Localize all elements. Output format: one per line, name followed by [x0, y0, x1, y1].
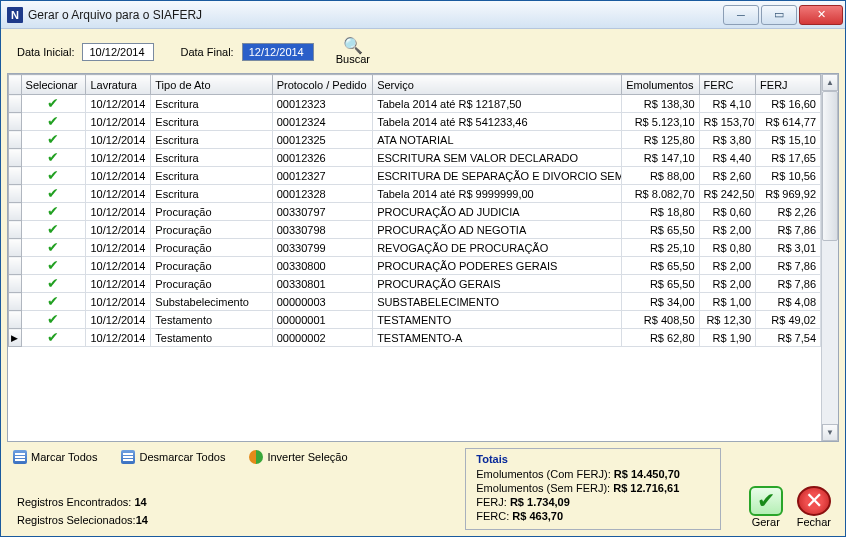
cell-selecionar[interactable]: ✔ — [21, 275, 86, 293]
cell-servico: PROCURAÇÃO AD NEGOTIA — [373, 221, 622, 239]
data-final-label: Data Final: — [180, 46, 233, 58]
data-grid[interactable]: Selecionar Lavratura Tipo de Ato Protoco… — [8, 74, 821, 441]
cell-ferc: R$ 0,80 — [699, 239, 756, 257]
col-lavratura[interactable]: Lavratura — [86, 75, 151, 95]
cell-selecionar[interactable]: ✔ — [21, 293, 86, 311]
cell-tipo: Testamento — [151, 329, 272, 347]
table-row[interactable]: ✔10/12/2014Escritura00012325ATA NOTARIAL… — [9, 131, 821, 149]
cell-lavratura: 10/12/2014 — [86, 113, 151, 131]
table-row[interactable]: ✔10/12/2014Escritura00012327ESCRITURA DE… — [9, 167, 821, 185]
cell-lavratura: 10/12/2014 — [86, 185, 151, 203]
cell-ferj: R$ 2,26 — [756, 203, 821, 221]
cell-servico: SUBSTABELECIMENTO — [373, 293, 622, 311]
row-indicator — [9, 275, 22, 293]
col-tipo[interactable]: Tipo de Ato — [151, 75, 272, 95]
row-indicator — [9, 113, 22, 131]
table-row[interactable]: ✔10/12/2014Escritura00012324Tabela 2014 … — [9, 113, 821, 131]
col-ferj[interactable]: FERJ — [756, 75, 821, 95]
cell-servico: PROCURAÇÃO PODERES GERAIS — [373, 257, 622, 275]
cell-protocolo: 00000003 — [272, 293, 372, 311]
cell-protocolo: 00330800 — [272, 257, 372, 275]
cell-emolumentos: R$ 65,50 — [622, 275, 699, 293]
cell-servico: Tabela 2014 até R$ 9999999,00 — [373, 185, 622, 203]
cell-tipo: Escritura — [151, 113, 272, 131]
total-emo-noferj-label: Emolumentos (Sem FERJ): — [476, 482, 610, 494]
cell-protocolo: 00012324 — [272, 113, 372, 131]
cell-lavratura: 10/12/2014 — [86, 257, 151, 275]
cell-selecionar[interactable]: ✔ — [21, 311, 86, 329]
cell-emolumentos: R$ 125,80 — [622, 131, 699, 149]
scroll-track[interactable] — [822, 91, 838, 424]
cell-tipo: Escritura — [151, 131, 272, 149]
marcar-todos-button[interactable]: Marcar Todos — [13, 450, 97, 464]
cell-selecionar[interactable]: ✔ — [21, 131, 86, 149]
cell-ferj: R$ 16,60 — [756, 95, 821, 113]
cell-selecionar[interactable]: ✔ — [21, 239, 86, 257]
scroll-down-button[interactable]: ▼ — [822, 424, 838, 441]
cell-selecionar[interactable]: ✔ — [21, 257, 86, 275]
minimize-button[interactable]: ─ — [723, 5, 759, 25]
cell-selecionar[interactable]: ✔ — [21, 221, 86, 239]
col-selecionar[interactable]: Selecionar — [21, 75, 86, 95]
selecionados-value: 14 — [136, 514, 148, 526]
table-row[interactable]: ✔10/12/2014Escritura00012323Tabela 2014 … — [9, 95, 821, 113]
cell-selecionar[interactable]: ✔ — [21, 203, 86, 221]
col-emolumentos[interactable]: Emolumentos — [622, 75, 699, 95]
checkmark-icon: ✔ — [47, 221, 59, 237]
checkmark-icon: ✔ — [47, 167, 59, 183]
app-icon: N — [7, 7, 23, 23]
cell-ferc: R$ 242,50 — [699, 185, 756, 203]
gerar-button[interactable]: ✔ Gerar — [749, 486, 783, 528]
inverter-selecao-button[interactable]: Inverter Seleção — [249, 450, 347, 464]
cell-selecionar[interactable]: ✔ — [21, 185, 86, 203]
table-row[interactable]: ✔10/12/2014Substabelecimento00000003SUBS… — [9, 293, 821, 311]
cell-lavratura: 10/12/2014 — [86, 149, 151, 167]
checkmark-icon: ✔ — [47, 185, 59, 201]
cell-ferc: R$ 2,00 — [699, 275, 756, 293]
fechar-button[interactable]: ✕ Fechar — [797, 486, 831, 528]
row-indicator — [9, 131, 22, 149]
cell-protocolo: 00330799 — [272, 239, 372, 257]
cell-emolumentos: R$ 8.082,70 — [622, 185, 699, 203]
scroll-thumb[interactable] — [822, 91, 838, 241]
total-ferc-label: FERC: — [476, 510, 509, 522]
cell-servico: ESCRITURA SEM VALOR DECLARADO — [373, 149, 622, 167]
table-row[interactable]: ✔10/12/2014Procuração00330798PROCURAÇÃO … — [9, 221, 821, 239]
cell-selecionar[interactable]: ✔ — [21, 329, 86, 347]
buscar-button[interactable]: 🔍 Buscar — [336, 39, 370, 65]
col-protocolo[interactable]: Protocolo / Pedido — [272, 75, 372, 95]
cell-selecionar[interactable]: ✔ — [21, 113, 86, 131]
cell-servico: REVOGAÇÃO DE PROCURAÇÃO — [373, 239, 622, 257]
table-row[interactable]: ✔10/12/2014Escritura00012326ESCRITURA SE… — [9, 149, 821, 167]
table-row[interactable]: ✔10/12/2014Procuração00330800PROCURAÇÃO … — [9, 257, 821, 275]
table-row[interactable]: ▶✔10/12/2014Testamento00000002TESTAMENTO… — [9, 329, 821, 347]
cell-protocolo: 00012325 — [272, 131, 372, 149]
table-row[interactable]: ✔10/12/2014Procuração00330797PROCURAÇÃO … — [9, 203, 821, 221]
row-indicator — [9, 293, 22, 311]
list-check-icon — [13, 450, 27, 464]
table-row[interactable]: ✔10/12/2014Testamento00000001TESTAMENTOR… — [9, 311, 821, 329]
cell-selecionar[interactable]: ✔ — [21, 95, 86, 113]
cell-ferj: R$ 17,65 — [756, 149, 821, 167]
cell-tipo: Substabelecimento — [151, 293, 272, 311]
cell-servico: PROCURAÇÃO GERAIS — [373, 275, 622, 293]
table-row[interactable]: ✔10/12/2014Escritura00012328Tabela 2014 … — [9, 185, 821, 203]
cell-lavratura: 10/12/2014 — [86, 329, 151, 347]
col-servico[interactable]: Serviço — [373, 75, 622, 95]
table-row[interactable]: ✔10/12/2014Procuração00330801PROCURAÇÃO … — [9, 275, 821, 293]
cell-selecionar[interactable]: ✔ — [21, 149, 86, 167]
row-indicator — [9, 239, 22, 257]
cell-ferj: R$ 10,56 — [756, 167, 821, 185]
close-button[interactable]: ✕ — [799, 5, 843, 25]
cell-tipo: Procuração — [151, 203, 272, 221]
data-inicial-input[interactable]: 10/12/2014 — [82, 43, 154, 61]
scroll-up-button[interactable]: ▲ — [822, 74, 838, 91]
row-indicator: ▶ — [9, 329, 22, 347]
cell-selecionar[interactable]: ✔ — [21, 167, 86, 185]
maximize-button[interactable]: ▭ — [761, 5, 797, 25]
data-final-input[interactable]: 12/12/2014 — [242, 43, 314, 61]
vertical-scrollbar[interactable]: ▲ ▼ — [821, 74, 838, 441]
table-row[interactable]: ✔10/12/2014Procuração00330799REVOGAÇÃO D… — [9, 239, 821, 257]
col-ferc[interactable]: FERC — [699, 75, 756, 95]
desmarcar-todos-button[interactable]: Desmarcar Todos — [121, 450, 225, 464]
